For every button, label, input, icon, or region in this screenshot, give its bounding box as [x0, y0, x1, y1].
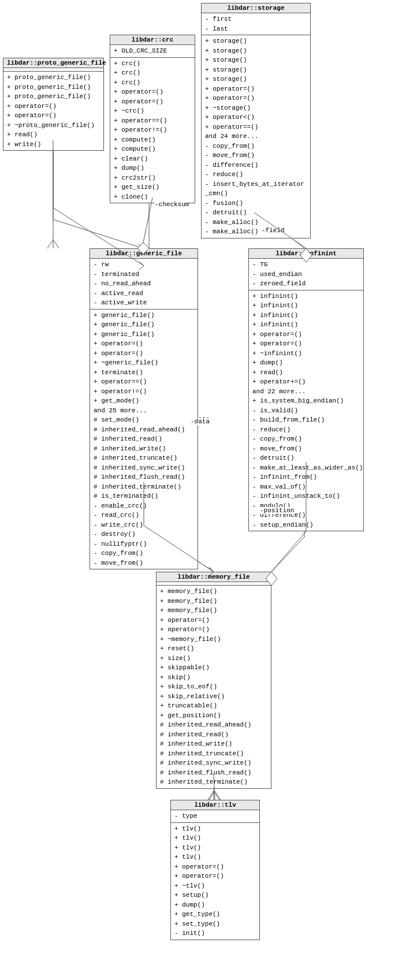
storage-fields: - first - last [202, 13, 310, 35]
svg-line-23 [271, 531, 306, 572]
proto-generic-file-box: libdar::proto_generic_file + proto_gener… [3, 58, 104, 151]
tlv-methods: + tlv() + tlv() + tlv() + tlv() + operat… [171, 823, 259, 940]
uml-diagram: -checksum -field -data -position libdar:… [0, 0, 406, 980]
checksum-connector-label: -checksum [155, 201, 189, 208]
infinint-title: libdar::infinint [249, 249, 363, 259]
infinint-methods: + infinint() + infinint() + infinint() +… [249, 290, 363, 531]
svg-line-9 [271, 537, 304, 572]
storage-methods: + storage() + storage() + storage() + st… [202, 35, 310, 238]
memory-file-methods: + memory_file() + memory_file() + memory… [157, 586, 271, 788]
crc-box: libdar::crc + OLD_CRC_SIZE + crc() + crc… [110, 35, 195, 203]
proto-generic-file-title: libdar::proto_generic_file [3, 58, 103, 68]
svg-line-16 [143, 198, 152, 243]
memory-file-title: libdar::memory_file [157, 572, 271, 582]
storage-title: libdar::storage [202, 3, 310, 13]
generic-file-methods: + generic_file() + generic_file() + gene… [90, 310, 198, 569]
infinint-fields: - TG - used_endian - zeroed_field [249, 259, 363, 290]
crc-methods: + crc() + crc() + crc() + operator=() + … [110, 58, 195, 203]
svg-line-3 [53, 219, 143, 248]
data-connector-label: -data [191, 418, 210, 425]
generic-file-box: libdar::generic_file - rw - terminated -… [90, 248, 198, 569]
storage-box: libdar::storage - first - last + storage… [201, 3, 311, 239]
proto-generic-file-methods: + proto_generic_file() + proto_generic_f… [3, 72, 103, 150]
generic-file-fields: - rw - terminated - no_read_ahead - acti… [90, 259, 198, 310]
memory-file-box: libdar::memory_file + memory_file() + me… [156, 572, 271, 789]
tlv-title: libdar::tlv [171, 800, 259, 810]
crc-static: + OLD_CRC_SIZE [110, 45, 195, 58]
tlv-fields: - type [171, 810, 259, 823]
generic-file-title: libdar::generic_file [90, 249, 198, 259]
position-connector-label: -position [260, 507, 294, 514]
crc-title: libdar::crc [110, 35, 195, 45]
infinint-box: libdar::infinint - TG - used_endian - ze… [248, 248, 364, 531]
tlv-box: libdar::tlv - type + tlv() + tlv() + tlv… [170, 800, 260, 940]
field-connector-label: -field [262, 227, 285, 234]
